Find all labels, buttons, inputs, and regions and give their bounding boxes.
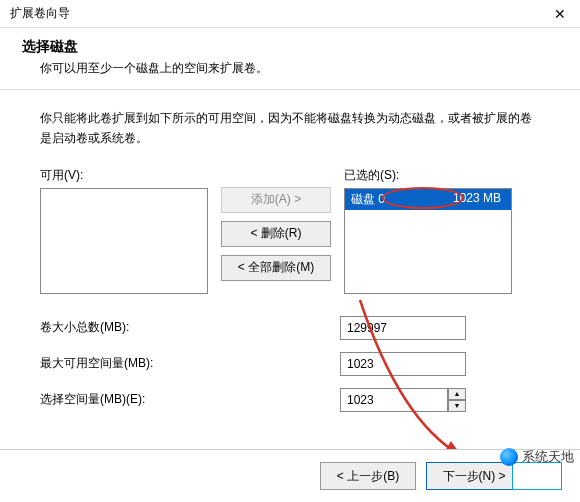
choose-space-input[interactable] (340, 388, 448, 412)
add-button: 添加(A) > (221, 187, 331, 213)
selected-listbox[interactable]: 磁盘 0 1023 MB (344, 188, 512, 294)
page-title: 选择磁盘 (22, 38, 576, 56)
available-listbox[interactable] (40, 188, 208, 294)
list-item-name: 磁盘 0 (351, 191, 385, 208)
max-space-label: 最大可用空间量(MB): (40, 355, 340, 372)
close-icon[interactable]: ✕ (540, 0, 580, 28)
watermark-logo-icon (500, 448, 518, 466)
remove-all-button[interactable]: < 全部删除(M) (221, 255, 331, 281)
page-subtitle: 你可以用至少一个磁盘上的空间来扩展卷。 (22, 56, 576, 77)
window-title: 扩展卷向导 (10, 5, 540, 22)
back-button[interactable]: < 上一步(B) (320, 462, 416, 490)
next-button[interactable]: 下一步(N) > (426, 462, 522, 490)
spinner-down-icon[interactable]: ▼ (448, 400, 466, 412)
choose-space-spinner[interactable]: ▲ ▼ (340, 388, 466, 412)
total-size-value: 129997 (340, 316, 466, 340)
watermark: 系统天地 (500, 448, 574, 466)
choose-space-label: 选择空间量(MB)(E): (40, 391, 340, 408)
watermark-text: 系统天地 (522, 448, 574, 466)
max-space-value: 1023 (340, 352, 466, 376)
remove-button[interactable]: < 删除(R) (221, 221, 331, 247)
description-text: 你只能将此卷扩展到如下所示的可用空间，因为不能将磁盘转换为动态磁盘，或者被扩展的… (40, 108, 540, 149)
spinner-up-icon[interactable]: ▲ (448, 388, 466, 400)
selected-label: 已选的(S): (344, 167, 512, 184)
cancel-button[interactable] (512, 462, 562, 490)
list-item-size: 1023 MB (453, 191, 501, 205)
available-label: 可用(V): (40, 167, 208, 184)
total-size-label: 卷大小总数(MB): (40, 319, 340, 336)
list-item[interactable]: 磁盘 0 1023 MB (345, 189, 511, 210)
